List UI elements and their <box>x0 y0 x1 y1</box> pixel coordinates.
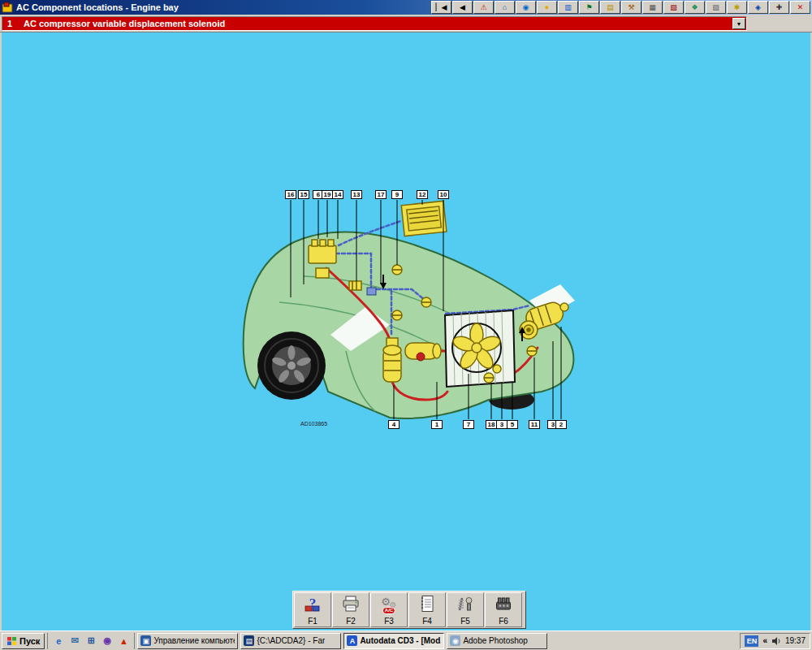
engine-icon <box>494 595 513 613</box>
info-button[interactable]: ◈ <box>748 1 768 14</box>
ie-icon: e <box>56 636 61 646</box>
fkey-f2-button[interactable]: F2 <box>332 592 369 627</box>
flag-icon: ⚑ <box>585 4 592 11</box>
nav-prev-icon: ◀ <box>460 4 465 11</box>
callout-11: 11 <box>529 420 540 429</box>
taskbar-task-autodata[interactable]: AAutodata CD3 - [Mod... <box>343 633 444 649</box>
notes-button[interactable]: ▤ <box>600 1 620 14</box>
far-manager-icon: ▤ <box>244 635 254 646</box>
language-indicator[interactable]: EN <box>745 635 758 647</box>
home-icon: ⌂ <box>503 4 507 11</box>
photoshop-icon: ◉ <box>450 635 460 646</box>
fkey-label: F1 <box>308 617 317 626</box>
show-desktop-icon: ⊞ <box>88 635 95 646</box>
component-label: AC compressor variable displacement sole… <box>24 19 225 28</box>
bulb-icon: ● <box>545 4 549 11</box>
dropdown-arrow-icon[interactable]: ▼ <box>732 18 745 29</box>
diagram-canvas: AD103865 ?F1F2⚙⚙A/CF3F4F5F6 161561914131… <box>0 32 812 630</box>
task-buttons: ▣Управление компьюте...▤{C:\ADCDA2} - Fa… <box>137 633 547 649</box>
key-button[interactable]: ✱ <box>727 1 747 14</box>
clock: 19:37 <box>785 636 806 645</box>
media-player-quicklaunch[interactable]: ◉ <box>100 634 114 648</box>
callout-14: 14 <box>332 190 343 199</box>
taskbar-task-computer-management[interactable]: ▣Управление компьюте... <box>137 633 238 649</box>
callout-3: 3 <box>496 420 508 429</box>
media-player-icon: ◉ <box>104 635 112 646</box>
home-button[interactable]: ⌂ <box>495 1 515 14</box>
function-key-bar: ?F1F2⚙⚙A/CF3F4F5F6 <box>292 591 526 629</box>
callout-9: 9 <box>391 190 403 199</box>
print-icon <box>341 595 361 613</box>
mail-icon: ✉ <box>71 635 79 646</box>
taskbar-task-far-manager[interactable]: ▤{C:\ADCDA2} - Far <box>240 633 341 649</box>
callout-4: 4 <box>388 420 400 429</box>
speaker-icon[interactable] <box>771 636 781 646</box>
wrench-button[interactable]: ⚒ <box>621 1 641 14</box>
callout-10: 10 <box>438 190 449 199</box>
app-icon <box>2 2 13 13</box>
fkey-label: F4 <box>422 617 432 626</box>
far-quicklaunch[interactable]: ▲ <box>116 634 131 648</box>
task-label: Autodata CD3 - [Mod... <box>360 636 441 645</box>
fkey-label: F5 <box>460 617 470 626</box>
window-title: AC Component locations - Engine bay <box>16 2 179 12</box>
warning-button[interactable]: ⚠ <box>473 1 494 14</box>
notes-icon: ▤ <box>607 4 614 11</box>
taskbar-task-photoshop[interactable]: ◉Adobe Photoshop <box>447 633 547 649</box>
leaf-button[interactable]: ❖ <box>685 1 705 14</box>
app-window: AC Component locations - Engine bay ▏◀◀⚠… <box>0 0 812 650</box>
quick-launch: e✉⊞◉▲ <box>47 633 135 649</box>
chart-icon: ▥ <box>564 4 572 11</box>
drawing-id: AD103865 <box>300 421 327 427</box>
book-button[interactable]: ▧ <box>663 1 684 14</box>
doc-button[interactable]: ▨ <box>706 1 726 14</box>
callout-13: 13 <box>351 190 362 199</box>
close-button[interactable]: ✕ <box>790 1 810 14</box>
flag-button[interactable]: ⚑ <box>579 1 599 14</box>
autodata-icon: A <box>347 635 357 646</box>
globe-icon: ◉ <box>523 4 529 11</box>
component-selector-row: 1 AC compressor variable displacement so… <box>0 15 812 32</box>
globe-button[interactable]: ◉ <box>516 1 536 14</box>
doc-icon: ▨ <box>712 4 719 11</box>
close-icon: ✕ <box>797 4 804 11</box>
callout-5: 5 <box>507 420 518 429</box>
printer-button[interactable]: ▦ <box>642 1 663 14</box>
callout-16: 16 <box>285 190 296 199</box>
task-label: {C:\ADCDA2} - Far <box>257 636 325 645</box>
callout-17: 17 <box>375 190 387 199</box>
ie-quicklaunch[interactable]: e <box>51 634 66 648</box>
fkey-f6-button[interactable]: F6 <box>485 592 522 627</box>
taskbar: Пуск e✉⊞◉▲ ▣Управление компьюте...▤{C:\A… <box>0 630 812 650</box>
nav-prev-button[interactable]: ◀ <box>452 1 473 14</box>
callout-1: 1 <box>431 420 443 429</box>
svg-text:?: ? <box>309 596 317 611</box>
settings-button[interactable]: ✚ <box>769 1 789 14</box>
callout-7: 7 <box>463 420 474 429</box>
mail-quicklaunch[interactable]: ✉ <box>67 634 82 648</box>
car-diagram <box>2 32 810 630</box>
chart-button[interactable]: ▥ <box>558 1 578 14</box>
collapse-tray-icon[interactable]: « <box>762 636 767 645</box>
titlebar: AC Component locations - Engine bay ▏◀◀⚠… <box>0 0 812 15</box>
settings-icon: ✚ <box>776 4 783 11</box>
computer-management-icon: ▣ <box>140 635 151 646</box>
fkey-f3-button[interactable]: ⚙⚙A/CF3 <box>370 592 408 627</box>
callout-15: 15 <box>298 190 309 199</box>
fkey-f1-button[interactable]: ?F1 <box>294 592 331 627</box>
start-button[interactable]: Пуск <box>2 633 45 649</box>
info-icon: ◈ <box>755 4 761 11</box>
wrench-icon: ⚒ <box>628 4 634 11</box>
fkey-f5-button[interactable]: F5 <box>447 592 484 627</box>
component-selector[interactable]: 1 AC compressor variable displacement so… <box>2 16 747 31</box>
nav-first-button[interactable]: ▏◀ <box>431 1 451 14</box>
callout-2: 2 <box>555 420 567 429</box>
far-icon: ▲ <box>119 636 128 646</box>
bulb-button[interactable]: ● <box>537 1 557 14</box>
show-desktop-quicklaunch[interactable]: ⊞ <box>84 634 98 648</box>
task-label: Adobe Photoshop <box>463 636 528 645</box>
component-index: 1 <box>7 19 24 28</box>
ac-badge: A/C <box>382 607 395 614</box>
start-label: Пуск <box>19 636 40 646</box>
fkey-f4-button[interactable]: F4 <box>408 592 446 627</box>
